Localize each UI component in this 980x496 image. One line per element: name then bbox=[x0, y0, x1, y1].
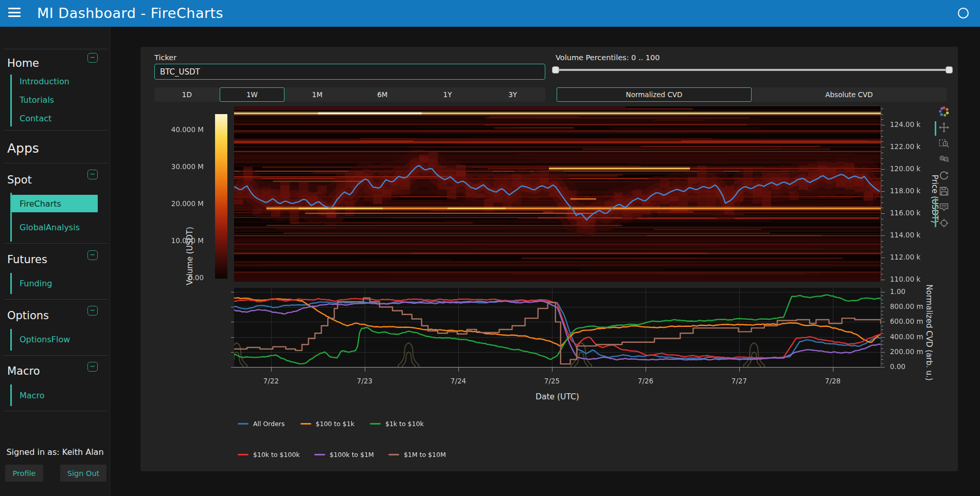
legend-swatch bbox=[300, 423, 311, 425]
legend-swatch bbox=[238, 454, 248, 456]
volume-percentiles-label: Volume Percentiles: 0 .. 100 bbox=[556, 53, 660, 62]
sidebar-section-options: Options bbox=[7, 309, 49, 322]
slider-handle-max[interactable] bbox=[946, 66, 953, 74]
group-indicator bbox=[10, 329, 12, 351]
zoom-in-out-icon[interactable] bbox=[937, 153, 951, 166]
modebar-active-indicator bbox=[935, 198, 936, 227]
legend-row: $10k to $100k$100k to $1M$1M to $10M bbox=[238, 451, 446, 458]
sign-out-button[interactable]: Sign Out bbox=[60, 465, 106, 482]
collapse-macro-button[interactable]: − bbox=[87, 362, 98, 372]
range-button-1d[interactable]: 1D bbox=[154, 87, 220, 102]
collapse-spot-button[interactable]: − bbox=[87, 170, 98, 179]
legend-item[interactable]: $1M to $10M bbox=[388, 451, 446, 458]
signed-in-label: Signed in as: Keith Alan bbox=[0, 447, 110, 457]
sidebar-item-funding[interactable]: Funding bbox=[20, 279, 52, 288]
legend-item[interactable]: $1k to $10k bbox=[370, 420, 424, 428]
autoscale-icon[interactable] bbox=[937, 169, 951, 182]
ticker-label: Ticker bbox=[154, 53, 176, 62]
divider bbox=[4, 163, 108, 163]
timerange-button-group: 1D1W1M6M1Y3Y bbox=[154, 87, 545, 102]
plotly-logo-icon[interactable] bbox=[937, 105, 951, 118]
range-button-1m[interactable]: 1M bbox=[284, 87, 350, 102]
sidebar-section-home: Home bbox=[7, 57, 39, 69]
cvd-line-chart[interactable] bbox=[234, 288, 881, 374]
range-button-1y[interactable]: 1Y bbox=[415, 87, 480, 102]
group-indicator bbox=[10, 273, 12, 294]
sidebar-item-globalanalysis[interactable]: GlobalAnalysis bbox=[20, 223, 80, 232]
range-button-1w[interactable]: 1W bbox=[220, 87, 285, 102]
sidebar-item-contact[interactable]: Contact bbox=[20, 114, 51, 123]
hover-tooltip-icon[interactable] bbox=[937, 200, 951, 214]
sidebar-item-macro[interactable]: Macro bbox=[20, 391, 44, 400]
hamburger-menu-icon[interactable] bbox=[8, 8, 21, 19]
sidebar-section-apps: Apps bbox=[7, 141, 39, 156]
ticker-input[interactable] bbox=[154, 64, 545, 80]
sidebar-section-spot: Spot bbox=[7, 174, 32, 186]
profile-button[interactable]: Profile bbox=[5, 465, 43, 482]
cvd-axis-title: Normalized CVD (arb. u.) bbox=[924, 284, 934, 380]
collapse-home-button[interactable]: − bbox=[87, 53, 98, 63]
legend-swatch bbox=[238, 423, 248, 425]
sidebar-section-futures: Futures bbox=[7, 253, 47, 266]
cvd-button-normalized-cvd[interactable]: Normalized CVD bbox=[557, 87, 752, 102]
app-root: MI Dashboard - FireCharts Home − Introdu… bbox=[0, 0, 980, 496]
group-indicator bbox=[10, 75, 12, 126]
cvd-mode-button-group: Normalized CVDAbsolute CVD bbox=[557, 87, 947, 102]
legend-label: All Orders bbox=[253, 420, 285, 428]
colorbar-axis-title: Volume (USDT) bbox=[185, 227, 194, 285]
group-indicator bbox=[10, 384, 12, 406]
collapse-futures-button[interactable]: − bbox=[87, 250, 98, 260]
x-axis-title: Date (UTC) bbox=[234, 392, 881, 401]
legend-swatch bbox=[314, 454, 325, 456]
cvd-button-absolute-cvd[interactable]: Absolute CVD bbox=[752, 87, 947, 102]
sidebar: Home − Introduction Tutorials Contact Ap… bbox=[0, 27, 110, 496]
save-icon[interactable] bbox=[937, 185, 951, 198]
divider bbox=[4, 130, 108, 131]
legend-item[interactable]: $100 to $1k bbox=[300, 420, 354, 428]
sidebar-section-macro: Macro bbox=[7, 365, 40, 377]
collapse-options-button[interactable]: − bbox=[87, 306, 98, 316]
divider bbox=[4, 411, 108, 411]
sidebar-item-firecharts[interactable]: FireCharts bbox=[11, 195, 98, 212]
user-circle-icon[interactable] bbox=[958, 8, 969, 19]
divider bbox=[4, 299, 108, 300]
slider-handle-min[interactable] bbox=[552, 66, 559, 74]
legend-row: All Orders$100 to $1k$1k to $10k bbox=[238, 420, 424, 428]
legend-swatch bbox=[388, 454, 399, 456]
sidebar-item-optionsflow[interactable]: OptionsFlow bbox=[20, 335, 70, 344]
legend-item[interactable]: $10k to $100k bbox=[238, 451, 300, 458]
box-zoom-icon[interactable] bbox=[937, 137, 951, 150]
range-button-3y[interactable]: 3Y bbox=[480, 87, 545, 102]
app-title: MI Dashboard - FireCharts bbox=[37, 0, 223, 27]
legend-item[interactable]: $100k to $1M bbox=[314, 451, 374, 458]
sidebar-item-tutorials[interactable]: Tutorials bbox=[20, 95, 54, 105]
volume-percentiles-slider[interactable] bbox=[556, 65, 949, 75]
legend-label: $100k to $1M bbox=[330, 451, 374, 458]
sidebar-item-introduction[interactable]: Introduction bbox=[20, 77, 69, 86]
divider bbox=[4, 355, 108, 356]
fire-heatmap-chart[interactable] bbox=[234, 106, 881, 282]
volume-colorbar bbox=[215, 114, 227, 279]
legend-item[interactable]: All Orders bbox=[238, 420, 285, 428]
app-header: MI Dashboard - FireCharts bbox=[0, 0, 980, 27]
legend-label: $1k to $10k bbox=[385, 420, 424, 428]
divider bbox=[4, 49, 108, 49]
legend-label: $1M to $10M bbox=[404, 451, 446, 458]
slider-track[interactable] bbox=[556, 69, 949, 71]
divider bbox=[4, 243, 108, 244]
modebar-active-indicator bbox=[935, 121, 936, 136]
legend-label: $10k to $100k bbox=[253, 451, 300, 458]
range-button-6m[interactable]: 6M bbox=[350, 87, 415, 102]
pan-icon[interactable] bbox=[937, 121, 951, 134]
legend-swatch bbox=[370, 423, 381, 425]
legend-label: $100 to $1k bbox=[316, 420, 354, 428]
chart-modebar bbox=[937, 105, 954, 230]
crosshair-spikes-icon[interactable] bbox=[937, 216, 951, 230]
